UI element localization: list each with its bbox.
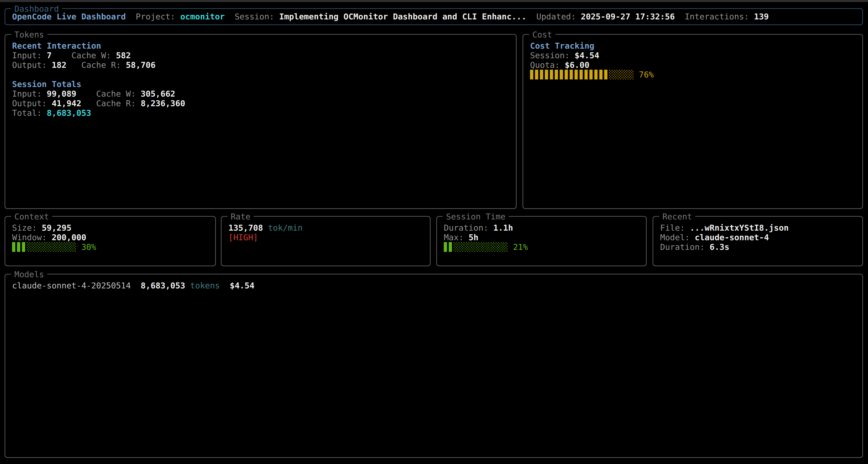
text-segment: 182 [52,60,66,70]
text-line: 135,708 tok/min [228,223,423,233]
text-segment: $4.54 [575,51,599,60]
text-segment: Cache R: [96,99,141,108]
text-segment: 58,706 [126,60,156,70]
text-segment: Session: [235,12,279,21]
text-line: Cost Tracking [530,41,856,51]
text-segment: Duration: [444,223,493,232]
text-segment [185,281,190,290]
text-segment [66,60,81,70]
text-segment: 30% [76,242,96,252]
text-segment: Output: [12,99,52,108]
text-segment [225,12,235,21]
text-segment: $6.00 [565,60,589,70]
text-segment [126,12,136,21]
text-line: Max: 5h [444,233,639,242]
text-segment [263,223,268,232]
cost-panel-title: Cost [529,30,555,39]
text-segment: 59,295 [42,223,71,232]
text-segment: 41,942 [52,99,81,108]
text-line: Model: claude-sonnet-4 [660,233,856,242]
text-segment: $4.54 [230,281,254,290]
dashboard-header-line-container: OpenCode Live Dashboard Project: ocmonit… [5,9,862,24]
text-segment: Input: [12,51,47,60]
rate-panel: Rate 135,708 tok/min[HIGH] [221,216,431,266]
text-line: ▋▋░░░░░░░░░░░ 21% [444,242,639,252]
dashboard-header-line: OpenCode Live Dashboard Project: ocmonit… [12,12,856,22]
text-segment: Total: [12,108,47,118]
text-segment: 135,708 [228,223,263,232]
text-line: Window: 200,000 [12,233,208,242]
dashboard-panel: Dashboard OpenCode Live Dashboard Projec… [5,8,863,25]
session-time-panel-title: Session Time [443,212,508,222]
text-segment: 582 [116,51,131,60]
text-segment: 8,683,053 [141,281,185,290]
text-line: Total: 8,683,053 [12,108,509,118]
text-line: Duration: 1.1h [444,223,639,233]
session-time-panel-body: Duration: 1.1hMax: 5h▋▋░░░░░░░░░░░ 21% [437,217,646,254]
text-segment: Cache R: [81,60,126,70]
text-segment [131,281,141,290]
text-segment: Project: [136,12,180,21]
tokens-panel-title: Tokens [11,30,47,39]
text-segment: Cost Tracking [530,41,594,51]
text-segment: Cache W: [71,51,116,60]
text-line: Session Totals [12,80,509,89]
dashboard-panel-title: Dashboard [11,4,62,14]
progress-bar-green: ▋▋▋░░░░░░░░░░ [12,242,76,252]
text-segment: Session: [530,51,575,60]
models-panel-body: claude-sonnet-4-20250514 8,683,053 token… [5,274,862,293]
text-segment: 7 [47,51,52,60]
text-segment: 200,000 [52,233,86,242]
text-line: ▋▋▋▋▋▋▋▋▋▋▋▋▋▋▋▋░░░░░ 76% [530,70,856,80]
text-segment: Model: [660,233,695,242]
text-segment: Interactions: [685,12,754,21]
recent-panel-title: Recent [659,212,695,222]
tokens-panel: Tokens Recent InteractionInput: 7 Cache … [5,34,517,209]
text-segment: 8,236,360 [141,99,185,108]
window-top-edge [0,0,868,2]
text-segment: 2025-09-27 17:32:56 [581,12,675,21]
text-segment: 5h [468,233,478,242]
text-segment [81,99,96,108]
recent-panel: Recent File: ...wRnixtxYStI8.jsonModel: … [653,216,863,266]
text-segment: Max: [444,233,468,242]
text-segment [52,51,71,60]
text-line: Input: 7 Cache W: 582 [12,51,509,60]
text-segment: Implementing OCMonitor Dashboard and CLI… [279,12,526,21]
rate-panel-title: Rate [227,212,254,222]
text-segment: Recent Interaction [12,41,101,51]
text-line: Recent Interaction [12,41,509,51]
text-segment [220,281,229,290]
text-line: claude-sonnet-4-20250514 8,683,053 token… [12,281,856,290]
text-segment: File: [660,223,690,232]
text-segment: Window: [12,233,52,242]
text-segment: 305,662 [141,89,176,98]
text-segment: Size: [12,223,42,232]
text-segment: Updated: [536,12,581,21]
text-segment: 99,089 [47,89,76,98]
cost-panel-body: Cost TrackingSession: $4.54Quota: $6.00▋… [523,35,862,82]
text-segment: Session Totals [12,80,81,89]
text-segment: 21% [508,242,528,252]
text-segment: Input: [12,89,47,98]
text-segment: claude-sonnet-4 [695,233,769,242]
text-line: Duration: 6.3s [660,242,856,252]
text-line: File: ...wRnixtxYStI8.json [660,223,856,233]
text-segment [76,89,96,98]
text-line: Output: 41,942 Cache R: 8,236,360 [12,99,509,108]
progress-bar-green: ▋▋░░░░░░░░░░░ [444,242,508,252]
tokens-panel-body: Recent InteractionInput: 7 Cache W: 582O… [5,35,516,120]
context-panel-title: Context [11,212,52,222]
context-panel-body: Size: 59,295Window: 200,000▋▋▋░░░░░░░░░░… [5,217,215,254]
session-time-panel: Session Time Duration: 1.1hMax: 5h▋▋░░░░… [436,216,647,266]
models-panel: Models claude-sonnet-4-20250514 8,683,05… [5,274,863,458]
text-line: Size: 59,295 [12,223,208,233]
text-segment: tok/min [268,223,303,232]
text-line [12,70,509,80]
text-segment: ...wRnixtxYStI8.json [690,223,788,232]
text-segment: 6.3s [710,242,730,252]
text-line: ▋▋▋░░░░░░░░░░ 30% [12,242,208,252]
text-line: Output: 182 Cache R: 58,706 [12,60,509,70]
models-panel-title: Models [11,270,47,279]
text-segment: tokens [190,281,220,290]
